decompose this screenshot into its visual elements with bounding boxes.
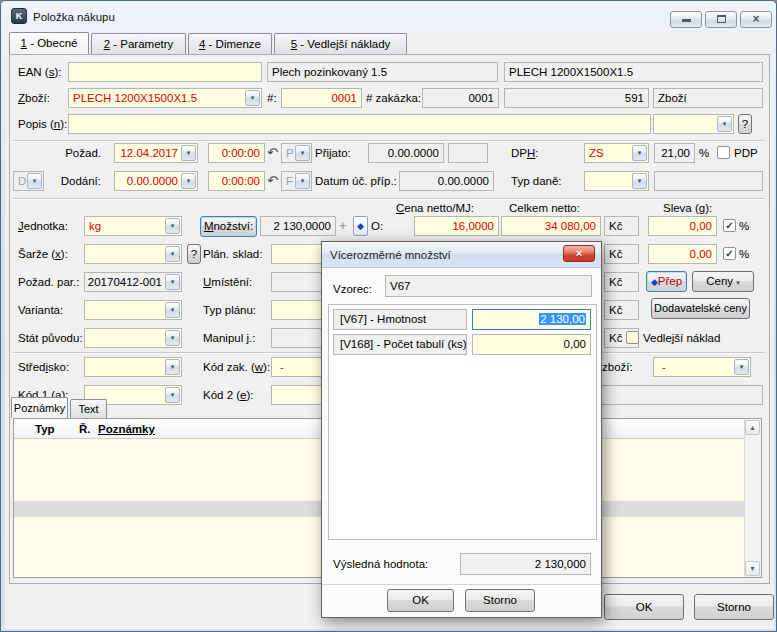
cena-netto-input[interactable]: 16,0000 (414, 216, 499, 236)
dropdown-arrow-icon[interactable]: ▾ (165, 218, 180, 234)
dodani-date-combo[interactable]: 0.00.0000▾ (114, 171, 198, 191)
scroll-down-button[interactable]: ▼ (745, 561, 760, 576)
mnozstvi-button[interactable]: Množství: (200, 216, 257, 237)
dropdown-arrow-icon[interactable]: ▾ (734, 359, 749, 375)
dialog-close-button[interactable]: × (563, 245, 595, 262)
column-header-poznamky[interactable]: Poznámky (98, 419, 155, 439)
dropdown-arrow-icon[interactable]: ▾ (295, 145, 310, 161)
minimize-button[interactable] (670, 11, 702, 28)
dialog-storno-button[interactable]: Storno (465, 589, 535, 612)
pozad-date-combo[interactable]: 12.04.2017▾ (114, 143, 198, 163)
column-header-radek[interactable]: Ř. (79, 419, 91, 439)
pozad-time-input[interactable]: 0:00:00 (208, 143, 265, 163)
prep-button[interactable]: ◆Přep (646, 271, 687, 292)
multidimensional-quantity-dialog: Vícerozměrné množství × Vzorec: V67 [V67… (321, 241, 602, 618)
dropdown-arrow-icon[interactable]: ▾ (717, 116, 732, 132)
typ-planu-label: Typ plánu: (203, 300, 256, 320)
sarze-combo[interactable]: ▾ (84, 244, 182, 264)
tab-parametry[interactable]: 2 - Parametry (91, 33, 186, 55)
dropdown-arrow-icon[interactable]: ▾ (165, 330, 180, 346)
dropdown-arrow-icon[interactable]: ▾ (165, 302, 180, 318)
pozad-date-value: 12.04.2017 (120, 147, 178, 159)
dph-rate-display: 21,00 (654, 143, 695, 163)
dropdown-arrow-icon[interactable]: ▾ (165, 359, 180, 375)
sleva2-percent-checkbox[interactable]: ✓ (723, 247, 736, 260)
pozad-par-combo[interactable]: 20170412-001▾ (84, 272, 182, 292)
ean-input[interactable] (68, 62, 262, 82)
notes-scrollbar[interactable] (744, 419, 761, 577)
celkem-netto-label: Celkem netto: (509, 201, 580, 215)
percent-label: % (699, 143, 709, 163)
hash-input[interactable]: 0001 (281, 88, 362, 108)
mnozstvi-button-label: Množství: (204, 220, 253, 232)
undo-icon[interactable]: ↶ (267, 171, 278, 191)
close-button[interactable]: × (740, 11, 772, 28)
tab-poznamky[interactable]: Poznámky (11, 397, 68, 418)
dodani-time-input[interactable]: 0:00:00 (208, 171, 265, 191)
variable-input-pocet-tabuli[interactable]: 0,00 (472, 334, 591, 355)
popis-combo[interactable]: ▾ (653, 114, 734, 134)
dropdown-arrow-icon[interactable]: ▾ (245, 90, 260, 106)
jednotka-combo[interactable]: kg▾ (84, 216, 182, 236)
d-combo-value: D (18, 175, 26, 187)
popis-input[interactable] (68, 114, 651, 134)
variable-label-hmotnost: [V67] - Hmotnost (333, 309, 467, 330)
scroll-up-button[interactable]: ▲ (745, 420, 760, 435)
zakazka-display: 0001 (422, 88, 499, 108)
zbozi-combo[interactable]: PLECH 1200X1500X1.5▾ (68, 88, 262, 108)
prijato-display: 0.00.0000 (368, 143, 444, 163)
help-button[interactable]: ? (187, 244, 201, 264)
tab-dimenze-label: 4 - Dimenze (199, 38, 261, 50)
dropdown-arrow-icon[interactable]: ▾ (165, 246, 180, 262)
dropdown-arrow-icon[interactable]: ▾ (181, 173, 196, 189)
o-label: O: (371, 216, 383, 236)
item-id-display: 591 (504, 88, 649, 108)
stat-puvodu-combo[interactable]: ▾ (84, 328, 182, 348)
dropdown-arrow-icon[interactable]: ▾ (632, 145, 647, 161)
dodavatelske-ceny-label: Dodavatelské ceny (654, 302, 747, 314)
zakazka-label: # zakázka: (366, 88, 421, 108)
typ-dane-combo[interactable]: ▾ (584, 171, 649, 191)
sleva-input[interactable]: 0,00 (648, 216, 717, 236)
zbozi-right-combo[interactable]: -▾ (653, 357, 751, 377)
recalc-icon[interactable]: ◆ (353, 216, 368, 236)
dodani-label: Dodání: (31, 171, 101, 191)
dropdown-arrow-icon[interactable]: ▾ (632, 173, 647, 189)
dialog-title: Vícerozměrné množství (330, 249, 451, 261)
p-combo[interactable]: P▾ (281, 143, 312, 163)
dropdown-arrow-icon[interactable]: ▾ (165, 274, 180, 290)
dropdown-arrow-icon[interactable]: ▾ (295, 173, 310, 189)
tab-vedlejsi-naklady[interactable]: 5 - Vedlejší náklady (274, 33, 407, 55)
dropdown-arrow-icon[interactable]: ▾ (181, 145, 196, 161)
vedlejsi-naklad-checkbox[interactable] (626, 331, 639, 344)
tab-text[interactable]: Text (70, 399, 107, 418)
varianta-combo[interactable]: ▾ (84, 300, 182, 320)
ceny-button[interactable]: Ceny ▾ (692, 271, 754, 292)
celkem-netto-input[interactable]: 34 080,00 (501, 216, 601, 236)
zbozi-right-label: zboží: (602, 357, 633, 377)
undo-icon[interactable]: ↶ (267, 143, 278, 163)
help-button[interactable]: ? (738, 114, 752, 134)
dph-combo[interactable]: ZS▾ (584, 143, 649, 163)
dodavatelske-ceny-button[interactable]: Dodavatelské ceny (651, 298, 750, 319)
sleva-percent-checkbox[interactable]: ✓ (723, 219, 736, 232)
separator (322, 584, 601, 585)
tab-dimenze[interactable]: 4 - Dimenze (188, 33, 272, 55)
maximize-button[interactable] (705, 11, 737, 28)
dialog-ok-button[interactable]: OK (387, 589, 454, 612)
variable-input-hmotnost[interactable]: 2 130,00 (472, 309, 591, 330)
ok-button[interactable]: OK (604, 594, 684, 620)
dialog-titlebar[interactable]: Vícerozměrné množství (322, 242, 601, 268)
dropdown-arrow-icon[interactable]: ▾ (165, 387, 180, 403)
stredisko-combo[interactable]: ▾ (84, 357, 182, 377)
pdp-checkbox[interactable] (717, 146, 730, 159)
sleva-label: Sleva (g): (663, 201, 712, 215)
f-combo[interactable]: F▾ (281, 171, 312, 191)
pozad-par-value: 20170412-001 (88, 276, 162, 288)
column-header-typ[interactable]: Typ (35, 419, 55, 439)
f-combo-value: F (286, 175, 293, 187)
prep-button-label: Přep (658, 275, 682, 287)
sleva2-input[interactable]: 0,00 (648, 244, 717, 264)
tab-obecne[interactable]: 1 - Obecné (9, 32, 89, 54)
storno-button[interactable]: Storno (694, 594, 774, 620)
